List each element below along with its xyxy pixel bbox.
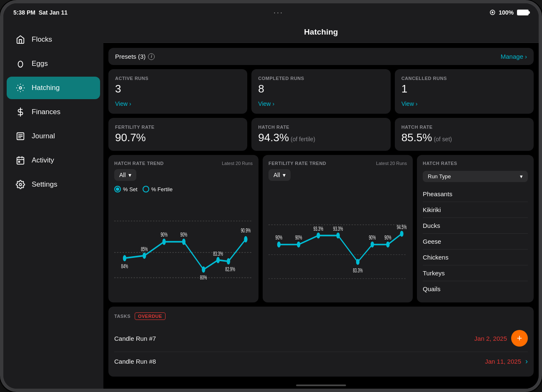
device-frame: 5:38 PM Sat Jan 11 ··· ⦿ 100% Flocks: [0, 0, 542, 392]
svg-point-44: [297, 242, 300, 247]
svg-point-50: [400, 231, 403, 237]
info-icon[interactable]: i: [148, 53, 155, 60]
fertility-trend-card: FERTILITY RATE TREND Latest 20 Runs All …: [263, 155, 413, 302]
sidebar: Flocks Eggs: [3, 22, 103, 389]
home-indicator: [103, 382, 539, 389]
svg-text:90%: 90%: [161, 231, 168, 238]
hatch-rate-set-label: HATCH RATE: [401, 125, 527, 130]
svg-text:84%: 84%: [121, 262, 128, 270]
egg-icon: [15, 58, 26, 69]
sidebar-label-eggs: Eggs: [32, 60, 48, 68]
svg-text:93.3%: 93.3%: [314, 225, 324, 232]
svg-point-47: [356, 259, 359, 265]
hatching-icon: [15, 82, 26, 93]
presets-label: Presets (3) i: [115, 53, 155, 60]
svg-text:93.3%: 93.3%: [333, 225, 343, 232]
hatch-rates-card: HATCH RATES Run Type ▾ Pheasants Kikirik…: [417, 155, 534, 302]
cancelled-runs-link[interactable]: View ›: [401, 100, 527, 107]
radio-percent-fertile[interactable]: % Fertile: [143, 186, 173, 192]
task-row-2[interactable]: Candle Run #8 Jan 11, 2025 ›: [114, 352, 528, 371]
svg-text:90%: 90%: [384, 234, 391, 241]
hatch-trend-subtitle: Latest 20 Runs: [222, 161, 253, 166]
hatch-rate-fertile-label: HATCH RATE: [258, 125, 384, 130]
sidebar-item-settings[interactable]: Settings: [7, 173, 100, 196]
svg-point-25: [143, 252, 146, 259]
manage-link[interactable]: Manage ›: [501, 53, 527, 60]
svg-point-0: [18, 61, 23, 67]
svg-point-48: [371, 242, 374, 247]
sidebar-label-settings: Settings: [32, 180, 57, 189]
sidebar-item-activity[interactable]: Activity: [7, 149, 100, 172]
hatch-trend-dropdown[interactable]: All ▾: [114, 169, 136, 181]
completed-runs-link[interactable]: View ›: [258, 100, 384, 107]
completed-runs-card: COMPLETED RUNS 8 View ›: [251, 69, 390, 114]
hatch-rates-list: Pheasants Kikiriki Ducks Geese Chickens …: [423, 186, 528, 297]
svg-point-1: [19, 87, 22, 89]
hatch-trend-svg: 84% 85% 90% 90% 80% 83.3% 82.9% 90.9%: [114, 196, 253, 297]
svg-point-31: [244, 236, 247, 242]
svg-point-26: [162, 239, 166, 245]
task-date-1: Jan 2, 2025: [474, 335, 507, 342]
svg-text:94.5%: 94.5%: [397, 223, 407, 230]
radio-fertile-circle: [143, 186, 149, 192]
sidebar-item-hatching[interactable]: Hatching: [7, 77, 100, 99]
gear-icon: [15, 179, 26, 190]
rate-item-kikiriki[interactable]: Kikiriki: [423, 202, 528, 218]
svg-line-6: [18, 85, 18, 85]
rate-item-chickens[interactable]: Chickens: [423, 250, 528, 265]
hatch-rate-fertile-suffix: (of fertile): [291, 136, 315, 142]
rate-item-quails[interactable]: Quails: [423, 281, 528, 297]
charts-row: HATCH RATE TREND Latest 20 Runs All ▾: [108, 155, 534, 302]
rate-item-geese[interactable]: Geese: [423, 234, 528, 250]
rate-item-ducks[interactable]: Ducks: [423, 218, 528, 234]
sidebar-label-journal: Journal: [32, 132, 55, 140]
rate-item-pheasants[interactable]: Pheasants: [423, 186, 528, 202]
fertility-trend-subtitle: Latest 20 Runs: [376, 161, 407, 166]
sidebar-item-finances[interactable]: Finances: [7, 101, 100, 123]
task-name-1: Candle Run #7: [114, 335, 156, 342]
chevron-down-icon: ▾: [283, 172, 286, 178]
status-bar: 5:38 PM Sat Jan 11 ··· ⦿ 100%: [3, 3, 539, 22]
svg-line-9: [18, 90, 18, 91]
chevron-right-icon: ›: [272, 100, 274, 107]
svg-point-20: [19, 183, 22, 186]
svg-point-46: [336, 232, 340, 238]
cancelled-runs-card: CANCELLED RUNS 1 View ›: [395, 69, 534, 114]
task-right-2: Jan 11, 2025 ›: [485, 357, 528, 366]
svg-line-8: [23, 85, 23, 85]
svg-point-27: [182, 239, 186, 245]
sidebar-item-flocks[interactable]: Flocks: [7, 28, 100, 51]
active-runs-link[interactable]: View ›: [115, 100, 241, 107]
chevron-down-icon: ▾: [128, 172, 131, 178]
chevron-right-icon: ›: [525, 53, 527, 60]
stats-row-2: FERTILITY RATE 90.7% HATCH RATE 94.3% (o…: [108, 118, 534, 151]
tasks-section: TASKS OVERDUE Candle Run #7 Jan 2, 2025 …: [108, 307, 534, 377]
stats-row-1: ACTIVE RUNS 3 View › COMPLETED RUNS 8 Vi…: [108, 69, 534, 114]
sidebar-item-eggs[interactable]: Eggs: [7, 52, 100, 75]
presets-bar: Presets (3) i Manage ›: [108, 48, 534, 65]
hatch-trend-title: HATCH RATE TREND: [114, 161, 164, 166]
svg-point-49: [386, 242, 389, 247]
fertility-trend-controls: All ▾: [268, 169, 407, 181]
page-body: Presets (3) i Manage › ACTIVE RUNS 3 Vie…: [103, 43, 539, 382]
tasks-header: TASKS OVERDUE: [114, 312, 528, 320]
fertility-trend-dropdown[interactable]: All ▾: [268, 169, 291, 181]
fertility-trend-title: FERTILITY RATE TREND: [268, 161, 326, 166]
svg-point-30: [227, 258, 230, 265]
sidebar-item-journal[interactable]: Journal: [7, 125, 100, 147]
chevron-down-icon: ▾: [520, 173, 523, 180]
chevron-right-icon: ›: [416, 100, 418, 107]
battery-percent: 100%: [499, 9, 514, 16]
task-right-1: Jan 2, 2025 +: [474, 330, 528, 347]
rate-item-turkeys[interactable]: Turkeys: [423, 265, 528, 281]
fertility-rate-label: FERTILITY RATE: [115, 125, 241, 130]
svg-point-29: [216, 257, 220, 263]
fertility-trend-chart: 90% 90% 93.3% 93.3% 83.3% 90% 90% 94.5%: [268, 201, 407, 297]
add-task-button[interactable]: +: [511, 330, 528, 347]
home-bar: [296, 385, 346, 386]
svg-text:90%: 90%: [181, 231, 188, 238]
sidebar-label-flocks: Flocks: [32, 35, 52, 44]
completed-runs-label: COMPLETED RUNS: [258, 76, 384, 81]
run-type-dropdown[interactable]: Run Type ▾: [423, 171, 528, 182]
radio-percent-set[interactable]: % Set: [114, 186, 138, 192]
